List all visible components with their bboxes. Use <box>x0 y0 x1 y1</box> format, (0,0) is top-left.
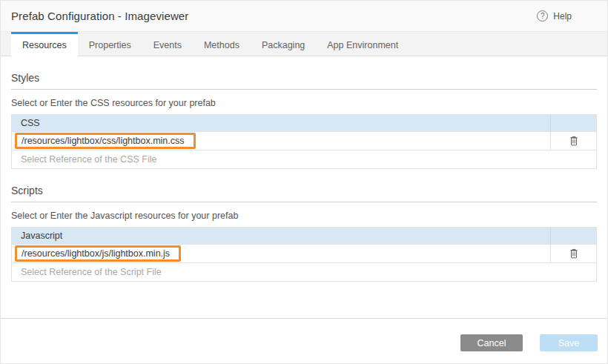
styles-description: Select or Enter the CSS resources for yo… <box>11 98 597 108</box>
styles-heading: Styles <box>11 72 597 90</box>
css-resource-row: /resources/lightbox/css/lightbox.min.css <box>12 131 596 150</box>
scripts-section: Scripts Select or Enter the Javascript r… <box>11 185 597 282</box>
tab-resources[interactable]: Resources <box>11 32 78 56</box>
javascript-table-header-row: Javascript <box>12 228 596 244</box>
trash-icon <box>569 248 579 259</box>
footer-buttons: Cancel Save <box>460 334 598 351</box>
javascript-actions-column-header <box>550 228 596 244</box>
javascript-resource-path-value: /resources/lightbox/js/lightbox.min.js <box>22 248 170 259</box>
styles-section: Styles Select or Enter the CSS resources… <box>11 72 597 169</box>
scripts-description: Select or Enter the Javascript resources… <box>11 211 597 221</box>
annotation-highlight: /resources/lightbox/js/lightbox.min.js <box>15 245 181 262</box>
save-button[interactable]: Save <box>540 334 598 351</box>
tab-packaging[interactable]: Packaging <box>251 32 316 56</box>
javascript-resource-path-field[interactable]: /resources/lightbox/js/lightbox.min.js <box>12 245 550 262</box>
help-icon-glyph: ? <box>541 13 545 20</box>
delete-css-resource-button[interactable] <box>550 132 596 150</box>
tab-events[interactable]: Events <box>142 32 193 56</box>
resources-panel: Styles Select or Enter the CSS resources… <box>1 72 607 282</box>
help-icon: ? <box>537 10 548 21</box>
css-resources-table: CSS /resources/lightbox/css/lightbox.min… <box>11 114 597 169</box>
css-resource-path-value: /resources/lightbox/css/lightbox.min.css <box>22 136 185 146</box>
css-table-header-row: CSS <box>12 115 596 131</box>
tab-properties[interactable]: Properties <box>78 32 142 56</box>
javascript-resources-table: Javascript /resources/lightbox/js/lightb… <box>11 227 597 282</box>
tab-app-environment[interactable]: App Environment <box>316 32 409 56</box>
annotation-highlight: /resources/lightbox/css/lightbox.min.css <box>15 133 196 149</box>
dialog-footer: Cancel Save <box>1 318 607 363</box>
help-label: Help <box>553 11 572 21</box>
css-resource-select-input[interactable]: Select Reference of the CSS File <box>12 150 596 168</box>
cancel-button[interactable]: Cancel <box>460 334 523 351</box>
trash-icon <box>569 135 579 147</box>
help-button[interactable]: ? Help <box>537 10 572 21</box>
dialog-header: Prefab Configuration - Imageviewer ? Hel… <box>1 1 607 32</box>
scripts-heading: Scripts <box>11 185 597 202</box>
javascript-resource-select-input[interactable]: Select Reference of the Script File <box>12 262 596 281</box>
page-title: Prefab Configuration - Imageviewer <box>11 10 188 22</box>
css-resource-path-field[interactable]: /resources/lightbox/css/lightbox.min.css <box>12 132 550 150</box>
css-actions-column-header <box>550 115 596 131</box>
delete-javascript-resource-button[interactable] <box>550 245 596 262</box>
javascript-resource-row: /resources/lightbox/js/lightbox.min.js <box>12 244 596 262</box>
css-column-header: CSS <box>12 115 550 131</box>
javascript-column-header: Javascript <box>12 228 550 244</box>
prefab-configuration-dialog: Prefab Configuration - Imageviewer ? Hel… <box>0 0 608 364</box>
tab-bar: Resources Properties Events Methods Pack… <box>1 32 607 56</box>
tab-methods[interactable]: Methods <box>193 32 251 56</box>
